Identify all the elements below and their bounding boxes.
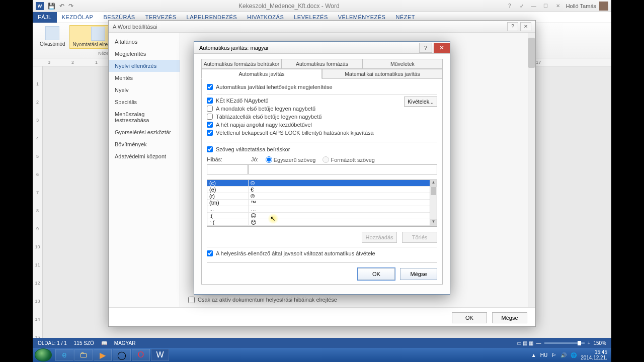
cap-cells-checkbox[interactable]: [207, 114, 213, 120]
nav-general[interactable]: Általános: [109, 36, 180, 48]
autocorrect-ok-button[interactable]: OK: [358, 268, 395, 280]
close-icon[interactable]: ✕: [553, 3, 563, 9]
nav-display[interactable]: Megjelenítés: [109, 48, 180, 60]
taskbar-opera[interactable]: O: [132, 349, 150, 361]
show-ac-options-checkbox[interactable]: [207, 84, 213, 90]
nav-trust[interactable]: Adatvédelmi központ: [109, 150, 180, 162]
nav-save[interactable]: Mentés: [109, 72, 180, 84]
cap-sentence-label: A mondatok első betűje legyen nagybetű: [216, 106, 315, 112]
system-tray[interactable]: ▲ HU 🏳🔊🌐 15:452014.12.21.: [531, 349, 609, 360]
options-ok-button[interactable]: OK: [452, 312, 487, 323]
user-name: Holló Tamás: [566, 3, 596, 9]
nav-proofing[interactable]: Nyelvi ellenőrzés: [109, 60, 180, 72]
tab-actions[interactable]: Műveletek: [362, 59, 443, 69]
replace-input[interactable]: [207, 164, 248, 174]
word-count[interactable]: 115 SZÓ: [74, 340, 94, 346]
table-row[interactable]: (e)€: [207, 187, 437, 193]
options-cancel-button[interactable]: Mégse: [492, 312, 527, 323]
vertical-ruler[interactable]: 12345678910111213141516: [33, 66, 43, 342]
tab-autocorrect[interactable]: Automatikus javítás: [201, 69, 322, 79]
autocorrect-cancel-button[interactable]: Mégse: [400, 268, 437, 280]
start-button[interactable]: [35, 348, 52, 361]
capslock-checkbox[interactable]: [207, 130, 213, 136]
add-button: Hozzáadás: [362, 232, 397, 243]
cap-sentence-checkbox[interactable]: [207, 106, 213, 112]
tab-autoformat[interactable]: Automatikus formázás: [282, 59, 362, 69]
tab-math-autocorrect[interactable]: Matematikai automatikus javítás: [322, 69, 443, 79]
hide-errors-checkbox-row[interactable]: Csak az aktív dokumentum helyesírási hib…: [180, 294, 528, 305]
redo-icon[interactable]: ↷: [68, 3, 73, 10]
zoom-slider[interactable]: [544, 342, 585, 344]
list-scrollbar[interactable]: ▲▼: [430, 180, 437, 226]
show-ac-options-label: Automatikus javítási lehetőségek megjele…: [216, 84, 333, 90]
table-row[interactable]: ...…: [207, 206, 437, 213]
nav-ribbon[interactable]: Menüszalag testreszabása: [109, 108, 180, 126]
tab-home[interactable]: KEZDŐLAP: [57, 12, 99, 23]
with-label: Jó:: [251, 156, 259, 163]
table-row[interactable]: :-(☹: [207, 219, 437, 226]
two-caps-checkbox[interactable]: [207, 98, 213, 104]
status-bar: OLDAL: 1 / 1 115 SZÓ 📖 MAGYAR ▭ ▤ ▦ — + …: [33, 338, 611, 348]
autocorrect-close-icon[interactable]: ✕: [434, 43, 450, 53]
tab-file[interactable]: FÁJL: [33, 12, 57, 23]
word-title-bar: W 💾 ↶ ↷ Kekeszold_Medence_Kft.docx - Wor…: [33, 0, 611, 12]
help-icon[interactable]: ?: [505, 3, 515, 9]
with-input[interactable]: [248, 164, 437, 174]
replace-label: Hibás:: [207, 156, 244, 163]
taskbar-explorer[interactable]: 🗀: [74, 349, 93, 361]
tray-language[interactable]: HU: [540, 352, 547, 358]
autocorrect-tabs: Automatikus formázás beíráskor Automatik…: [201, 59, 443, 79]
cap-cells-label: Táblázatcellák első betűje legyen nagybe…: [216, 114, 321, 120]
avatar: [599, 2, 608, 11]
options-help-icon[interactable]: ?: [507, 22, 518, 31]
nav-addins[interactable]: Bővítmények: [109, 138, 180, 150]
cap-days-label: A hét napjai angolul nagy kezdőbetűvel: [216, 122, 312, 128]
undo-icon[interactable]: ↶: [59, 3, 64, 10]
spellcheck-suggest-checkbox[interactable]: [207, 250, 213, 256]
nav-language[interactable]: Nyelv: [109, 84, 180, 96]
options-title: A Word beállításai: [113, 24, 157, 30]
exceptions-button[interactable]: Kivételek...: [404, 97, 437, 107]
save-icon[interactable]: 💾: [48, 3, 55, 10]
word-icon: W: [36, 2, 44, 10]
tab-autoformat-typing[interactable]: Automatikus formázás beíráskor: [201, 59, 282, 69]
nav-qat[interactable]: Gyorselérési eszköztár: [109, 126, 180, 138]
language-status[interactable]: MAGYAR: [114, 340, 136, 346]
autocorrect-list[interactable]: (c)© (e)€ (r)® (tm)™ ...… :(☹ :-(☹ ▲▼: [207, 179, 437, 227]
replace-text-checkbox[interactable]: [207, 146, 213, 152]
nav-advanced[interactable]: Speciális: [109, 96, 180, 108]
formatted-text-radio[interactable]: Formázott szöveg: [323, 156, 374, 163]
ribbon-toggle-icon[interactable]: ⤢: [517, 3, 527, 9]
autocorrect-help-icon[interactable]: ?: [419, 43, 432, 53]
tray-clock[interactable]: 15:452014.12.21.: [581, 349, 607, 360]
read-mode-button[interactable]: Olvasómód: [37, 25, 68, 49]
table-row[interactable]: (r)®: [207, 193, 437, 200]
taskbar: e 🗀 ▶ ◯ O W ▲ HU 🏳🔊🌐 15:452014.12.21.: [33, 348, 611, 362]
zoom-controls[interactable]: ▭ ▤ ▦ — + 150%: [517, 340, 606, 346]
autocorrect-title: Automatikus javítás: magyar: [199, 45, 269, 51]
table-row[interactable]: (tm)™: [207, 200, 437, 206]
two-caps-label: KÉt KEzdő NAgybetű: [216, 98, 269, 104]
delete-button: Törlés: [402, 232, 437, 243]
taskbar-ie[interactable]: e: [55, 349, 73, 361]
plain-text-radio[interactable]: Egyszerű szöveg: [266, 156, 316, 163]
options-close-icon[interactable]: ✕: [520, 22, 531, 31]
options-scrollbar[interactable]: [528, 33, 535, 307]
maximize-icon[interactable]: ☐: [541, 3, 551, 9]
hide-errors-checkbox[interactable]: [188, 297, 195, 303]
zoom-level[interactable]: 150%: [593, 340, 606, 346]
cap-days-checkbox[interactable]: [207, 122, 213, 128]
taskbar-chrome[interactable]: ◯: [113, 349, 131, 361]
hide-errors-label: Csak az aktív dokumentum helyesírási hib…: [198, 297, 337, 303]
document-title: Kekeszold_Medence_Kft.docx - Word: [76, 3, 502, 10]
table-row[interactable]: :(☹: [207, 213, 437, 219]
taskbar-word[interactable]: W: [151, 349, 169, 361]
spellcheck-suggest-label: A helyesírás-ellenőrző által javasolt vá…: [216, 250, 375, 256]
user-account[interactable]: Holló Tamás: [566, 2, 608, 11]
taskbar-media[interactable]: ▶: [94, 349, 112, 361]
table-row[interactable]: (c)©: [207, 180, 437, 187]
replace-text-label: Szöveg változtatása beíráskor: [216, 146, 290, 152]
minimize-icon[interactable]: —: [529, 3, 539, 9]
autocorrect-title-bar: Automatikus javítás: magyar ? ✕: [194, 42, 450, 54]
page-status[interactable]: OLDAL: 1 / 1: [38, 340, 67, 346]
